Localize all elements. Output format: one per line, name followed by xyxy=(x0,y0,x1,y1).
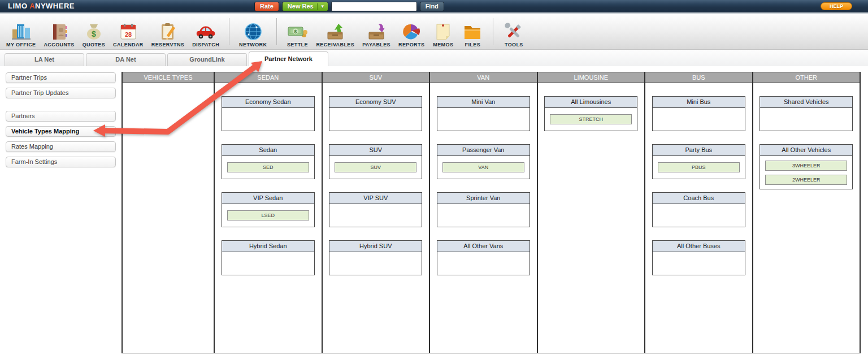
topbar-actions: Rate New Res▼ Find xyxy=(254,2,444,11)
vehicle-type-dropzone[interactable]: SUV xyxy=(329,156,422,179)
mapped-vehicle-chip-pbus[interactable]: PBUS xyxy=(658,162,740,172)
sidebar: Partner TripsPartner Trip UpdatesPartner… xyxy=(6,72,116,172)
vehicle-type-dropzone[interactable] xyxy=(437,252,530,275)
toolbar-files[interactable]: FILES xyxy=(458,22,487,47)
sidebar-item-partners[interactable]: Partners xyxy=(6,111,116,122)
sidebar-item-vehicle-types-mapping[interactable]: Vehicle Types Mapping xyxy=(6,126,116,137)
toolbar-dispatch[interactable]: DISPATCH xyxy=(188,22,223,47)
clipboard-pencil-icon xyxy=(157,22,179,41)
toolbar-payables[interactable]: PAYABLES xyxy=(358,22,394,47)
toolbar-reports[interactable]: REPORTS xyxy=(394,22,428,47)
vehicle-type-card-title: Hybrid SUV xyxy=(329,241,422,252)
vehicle-type-dropzone[interactable] xyxy=(437,204,530,227)
vehicle-type-dropzone[interactable] xyxy=(222,252,314,275)
find-button[interactable]: Find xyxy=(420,2,444,11)
vehicle-type-card-all-other-buses: All Other Buses xyxy=(652,240,745,275)
chevron-down-icon[interactable]: ▼ xyxy=(317,3,325,10)
page-content: Partner TripsPartner Trip UpdatesPartner… xyxy=(0,66,868,359)
mapped-vehicle-chip-van[interactable]: VAN xyxy=(442,162,524,172)
toolbar-reservtns[interactable]: RESERVTNS xyxy=(147,22,188,47)
vehicle-type-dropzone[interactable] xyxy=(653,252,745,275)
vehicle-type-card-all-limousines: All LimousinesSTRETCH xyxy=(544,96,637,131)
vehicle-type-dropzone[interactable]: SED xyxy=(222,156,314,179)
mapped-vehicle-chip-sed[interactable]: SED xyxy=(227,162,309,172)
mapped-vehicle-chip-3wheeler[interactable]: 3WHEELER xyxy=(765,161,847,171)
column-header: VEHICLE TYPES xyxy=(123,72,214,83)
toolbar-label: MY OFFICE xyxy=(6,42,36,47)
mapped-vehicle-chip-stretch[interactable]: STRETCH xyxy=(550,114,632,124)
toolbar-label: CALENDAR xyxy=(113,42,144,47)
vehicle-type-card-economy-sedan: Economy Sedan xyxy=(222,96,315,131)
vehicle-type-card-title: Economy SUV xyxy=(329,97,422,108)
vehicle-type-card-mini-van: Mini Van xyxy=(437,96,530,131)
toolbar-separator xyxy=(229,18,229,45)
mapped-vehicle-chip-suv[interactable]: SUV xyxy=(335,162,416,172)
calendar-icon: 28 xyxy=(118,22,139,41)
toolbar-accounts[interactable]: ACCOUNTS xyxy=(40,22,78,47)
vehicle-type-dropzone[interactable] xyxy=(760,108,852,131)
toolbar-label: QUOTES xyxy=(83,42,105,47)
mapped-vehicle-chip-2wheeler[interactable]: 2WHEELER xyxy=(765,175,847,185)
search-input[interactable] xyxy=(331,2,417,11)
vehicle-type-card-title: Hybrid Sedan xyxy=(222,241,314,252)
column-body: Shared VehiclesAll Other Vehicles3WHEELE… xyxy=(753,83,860,353)
column-body: Mini BusParty BusPBUSCoach BusAll Other … xyxy=(645,83,752,353)
vehicle-type-card-title: SUV xyxy=(329,145,422,156)
help-button[interactable]: HELP xyxy=(821,2,852,10)
toolbar-calendar[interactable]: 28CALENDAR xyxy=(109,22,147,47)
vehicle-type-dropzone[interactable] xyxy=(222,108,314,131)
tab-groundlink[interactable]: GroundLink xyxy=(167,53,247,66)
sidebar-item-rates-mapping[interactable]: Rates Mapping xyxy=(6,141,116,152)
column-header: SEDAN xyxy=(215,72,322,83)
table-column-van: VANMini VanPassenger VanVANSprinter VanA… xyxy=(430,72,538,353)
tab-la-net[interactable]: LA Net xyxy=(5,53,84,66)
tab-partner-network[interactable]: Partner Network xyxy=(249,51,328,66)
new-res-button[interactable]: New Res▼ xyxy=(282,2,328,11)
tab-da-net[interactable]: DA Net xyxy=(86,53,166,66)
toolbar-label: SETTLE xyxy=(287,42,308,47)
buildings-icon xyxy=(10,22,32,41)
vehicle-type-dropzone[interactable]: LSED xyxy=(222,204,314,227)
toolbar-label: FILES xyxy=(465,42,481,47)
sidebar-item-partner-trip-updates[interactable]: Partner Trip Updates xyxy=(6,88,116,98)
svg-text:28: 28 xyxy=(125,31,132,38)
vehicle-type-dropzone[interactable] xyxy=(329,252,422,275)
table-column-other: OTHERShared VehiclesAll Other Vehicles3W… xyxy=(753,72,861,353)
toolbar-network[interactable]: NETWORK xyxy=(235,22,271,47)
sidebar-item-farm-in-settings[interactable]: Farm-In Settings xyxy=(6,157,116,167)
vehicle-type-dropzone[interactable] xyxy=(329,204,422,227)
toolbar-quotes[interactable]: $QUOTES xyxy=(79,22,109,47)
vehicle-type-card-title: VIP Sedan xyxy=(222,193,314,204)
vehicle-type-dropzone[interactable]: PBUS xyxy=(653,156,745,179)
sticky-note-icon xyxy=(432,22,454,41)
column-body xyxy=(123,83,214,353)
vehicle-type-dropzone[interactable]: VAN xyxy=(437,156,530,179)
top-bar: LIMO ANYWHERE Rate New Res▼ Find HELP xyxy=(0,0,868,14)
column-body: Mini VanPassenger VanVANSprinter VanAll … xyxy=(430,83,537,353)
pie-chart-icon xyxy=(401,22,422,41)
outbox-arrow-icon xyxy=(366,22,387,41)
tab-bar: LA NetDA NetGroundLinkPartner Network xyxy=(0,50,868,66)
toolbar-tools[interactable]: TOOLS xyxy=(499,22,528,47)
vehicle-type-dropzone[interactable] xyxy=(329,108,422,131)
vehicle-type-dropzone[interactable]: STRETCH xyxy=(545,108,637,131)
toolbar-label: RECEIVABLES xyxy=(316,42,354,47)
svg-text:$: $ xyxy=(92,29,96,38)
vehicle-type-card-sedan: SedanSED xyxy=(222,144,315,179)
sidebar-item-partner-trips[interactable]: Partner Trips xyxy=(6,72,116,83)
vehicle-type-dropzone[interactable] xyxy=(653,108,745,131)
toolbar-label: NETWORK xyxy=(239,42,267,47)
toolbar-receivables[interactable]: RECEIVABLES xyxy=(312,22,358,47)
vehicle-type-card-suv: SUVSUV xyxy=(329,144,422,179)
vehicle-type-dropzone[interactable]: 3WHEELER2WHEELER xyxy=(760,156,852,189)
vehicle-type-card-title: Mini Bus xyxy=(653,97,745,108)
mapped-vehicle-chip-lsed[interactable]: LSED xyxy=(227,210,309,220)
vehicle-type-dropzone[interactable] xyxy=(437,108,530,131)
toolbar-label: TOOLS xyxy=(505,42,523,47)
vehicle-type-card-title: Passenger Van xyxy=(437,145,530,156)
rate-button[interactable]: Rate xyxy=(254,2,279,11)
vehicle-type-dropzone[interactable] xyxy=(653,204,745,227)
toolbar-my-office[interactable]: MY OFFICE xyxy=(2,22,40,47)
toolbar-settle[interactable]: $SETTLE xyxy=(283,22,312,47)
toolbar-memos[interactable]: MEMOS xyxy=(428,22,458,47)
